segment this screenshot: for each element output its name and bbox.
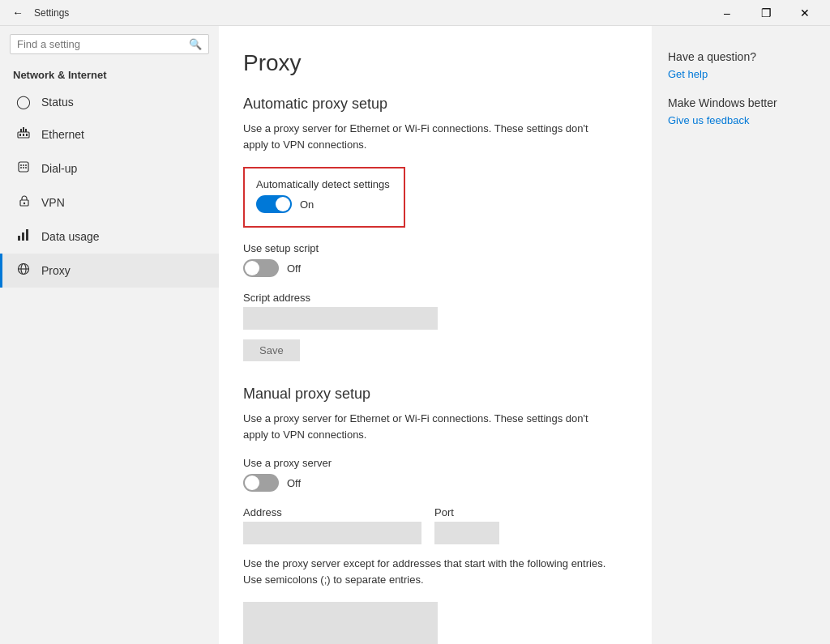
auto-detect-toggle-row: On (256, 195, 392, 213)
page-title: Proxy (243, 50, 619, 76)
sidebar-item-label: Data usage (41, 230, 100, 243)
have-question-title: Have a question? (668, 50, 814, 63)
give-feedback-link[interactable]: Give us feedback (668, 114, 814, 126)
svg-point-15 (24, 203, 25, 204)
toggle-knob (245, 261, 259, 275)
titlebar: ← Settings – ❐ ✕ (0, 0, 830, 26)
save-button-auto[interactable]: Save (243, 339, 300, 361)
sidebar-item-vpn[interactable]: VPN (0, 186, 219, 220)
sidebar-item-data-usage[interactable]: Data usage (0, 220, 219, 254)
setup-script-toggle[interactable] (243, 259, 279, 277)
address-input[interactable] (243, 522, 421, 544)
svg-point-13 (25, 167, 27, 168)
toggle-knob (245, 476, 259, 490)
exceptions-description: Use the proxy server except for addresse… (243, 556, 608, 587)
auto-detect-box: Automatically detect settings On (243, 167, 405, 228)
search-icon: 🔍 (189, 38, 202, 50)
manual-description: Use a proxy server for Ethernet or Wi-Fi… (243, 411, 608, 442)
auto-detect-label: Automatically detect settings (256, 178, 392, 190)
svg-point-12 (23, 167, 24, 168)
auto-description: Use a proxy server for Ethernet or Wi-Fi… (243, 121, 608, 152)
titlebar-title: Settings (34, 7, 708, 19)
setup-script-state: Off (287, 262, 301, 275)
sidebar-item-label: Ethernet (41, 128, 84, 141)
script-address-section: Script address Save (243, 292, 619, 361)
svg-rect-17 (22, 232, 24, 241)
dialup-icon (15, 160, 32, 177)
proxy-icon (15, 262, 32, 279)
close-button[interactable]: ✕ (786, 0, 824, 26)
port-input[interactable] (434, 522, 499, 544)
address-group: Address (243, 506, 421, 544)
main-content: Proxy Automatic proxy setup Use a proxy … (219, 26, 652, 644)
use-proxy-label: Use a proxy server (243, 457, 619, 469)
port-label: Port (434, 506, 499, 518)
address-label: Address (243, 506, 421, 518)
sidebar-item-proxy[interactable]: Proxy (0, 254, 219, 288)
svg-point-9 (23, 164, 24, 166)
svg-rect-6 (26, 134, 28, 136)
sidebar-item-label: Dial-up (41, 162, 77, 175)
manual-section-title: Manual proxy setup (243, 386, 619, 403)
toggle-knob (276, 197, 290, 211)
address-port-row: Address Port (243, 506, 619, 544)
auto-detect-state: On (300, 198, 314, 211)
sidebar-item-label: Proxy (41, 264, 71, 277)
use-proxy-section: Use a proxy server Off (243, 457, 619, 492)
restore-button[interactable]: ❐ (747, 0, 785, 26)
sidebar-item-status[interactable]: ◯ Status (0, 86, 219, 117)
svg-rect-2 (25, 129, 27, 132)
script-address-label: Script address (243, 292, 619, 304)
svg-rect-18 (26, 229, 28, 241)
script-address-input[interactable] (243, 307, 438, 330)
make-better-title: Make Windows better (668, 96, 814, 109)
sidebar-section-title: Network & Internet (0, 62, 219, 86)
search-box[interactable]: 🔍 (10, 34, 209, 54)
status-icon: ◯ (15, 94, 32, 109)
use-proxy-toggle-row: Off (243, 474, 619, 492)
sidebar-item-dialup[interactable]: Dial-up (0, 151, 219, 186)
svg-rect-5 (23, 134, 24, 136)
search-input[interactable] (17, 38, 189, 50)
svg-rect-4 (19, 134, 21, 136)
sidebar-item-label: Status (41, 96, 74, 109)
back-button[interactable]: ← (6, 2, 29, 24)
manual-section: Manual proxy setup Use a proxy server fo… (243, 386, 619, 644)
svg-point-10 (25, 164, 27, 166)
svg-rect-1 (20, 129, 22, 132)
auto-section-title: Automatic proxy setup (243, 96, 619, 113)
right-panel: Have a question? Get help Make Windows b… (652, 26, 830, 644)
exceptions-input[interactable] (243, 602, 438, 644)
data-usage-icon (15, 228, 32, 245)
use-setup-script-label: Use setup script (243, 242, 619, 254)
svg-rect-3 (23, 127, 24, 132)
sidebar-item-ethernet[interactable]: Ethernet (0, 117, 219, 151)
get-help-link[interactable]: Get help (668, 68, 814, 80)
sidebar: 🔍 Network & Internet ◯ Status Ethernet D… (0, 26, 219, 644)
port-group: Port (434, 506, 499, 544)
minimize-button[interactable]: – (708, 0, 746, 26)
auto-detect-toggle[interactable] (256, 195, 292, 213)
svg-point-8 (20, 164, 22, 166)
use-proxy-toggle[interactable] (243, 474, 279, 492)
setup-script-section: Use setup script Off (243, 242, 619, 277)
sidebar-item-label: VPN (41, 196, 65, 209)
ethernet-icon (15, 126, 32, 143)
setup-script-toggle-row: Off (243, 259, 619, 277)
vpn-icon (15, 194, 32, 211)
svg-rect-16 (18, 236, 20, 241)
exceptions-section: Use the proxy server except for addresse… (243, 556, 619, 644)
svg-point-11 (20, 167, 22, 168)
app-body: 🔍 Network & Internet ◯ Status Ethernet D… (0, 26, 830, 644)
use-proxy-state: Off (287, 477, 301, 489)
window-controls: – ❐ ✕ (708, 0, 824, 26)
